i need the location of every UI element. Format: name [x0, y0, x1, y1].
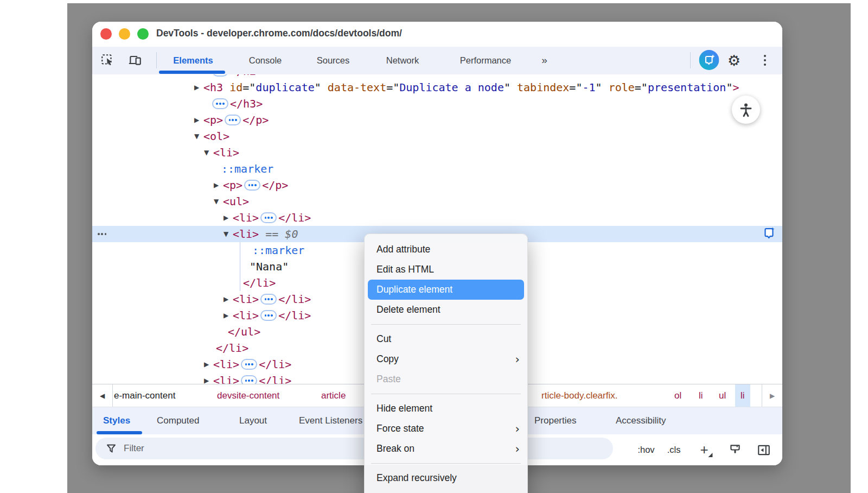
new-style-rule-button[interactable]: +	[700, 434, 708, 465]
dom-token-val: presentation	[648, 81, 726, 94]
breadcrumb-item-devsite-content[interactable]: devsite-content	[217, 384, 279, 407]
menu-item-force-state[interactable]: Force state›	[365, 419, 527, 439]
dom-token-val: Duplicate a node	[399, 81, 504, 94]
tab-accessibility[interactable]: Accessibility	[616, 407, 666, 434]
toggle-hover-state-button[interactable]: :hov	[637, 434, 654, 465]
submenu-arrow-icon: ›	[515, 422, 520, 435]
breadcrumb-item-li[interactable]: li	[735, 384, 750, 407]
minimize-window-button[interactable]	[119, 28, 130, 40]
dom-token-pun: "	[726, 81, 732, 94]
dom-node-row[interactable]: ▼<ul>	[92, 193, 782, 210]
menu-item-add-attribute[interactable]: Add attribute	[365, 239, 527, 260]
zoom-window-button[interactable]	[137, 28, 149, 40]
dock-sidebar-icon[interactable]	[757, 434, 771, 465]
accessibility-overlay-button[interactable]	[732, 96, 760, 124]
expander-arrow-right-icon[interactable]: ▶	[224, 312, 233, 319]
dom-token-tag: </li>	[243, 276, 276, 289]
inline-ellipsis-icon[interactable]	[212, 74, 228, 77]
tab-sources[interactable]: Sources	[317, 47, 350, 74]
selected-row-ai-chip-icon[interactable]	[762, 225, 777, 241]
menu-item-copy[interactable]: Copy›	[365, 349, 527, 369]
expander-arrow-right-icon[interactable]: ▶	[224, 295, 233, 303]
submenu-arrow-icon: ›	[515, 443, 520, 456]
dom-token-tag: <h3	[203, 81, 223, 94]
toggle-element-classes-button[interactable]: .cls	[667, 434, 681, 465]
expander-arrow-down-icon[interactable]: ▼	[204, 149, 213, 156]
dom-node-row[interactable]: </h3>	[92, 96, 782, 112]
breadcrumb-item-article[interactable]: article	[321, 384, 346, 407]
menu-separator	[365, 389, 527, 399]
tab-elements[interactable]: Elements	[173, 47, 213, 74]
breadcrumb-scroll-right-button[interactable]: ▶	[762, 384, 782, 407]
dom-node-row[interactable]: ▶<p></p>	[92, 112, 782, 128]
dom-token-tag: <li>	[233, 227, 259, 241]
menu-item-delete-element[interactable]: Delete element	[365, 300, 527, 320]
menu-item-break-on[interactable]: Break on›	[365, 439, 527, 459]
toolbar-divider	[156, 52, 157, 68]
device-toolbar-icon[interactable]	[127, 52, 143, 68]
menu-item-edit-as-html[interactable]: Edit as HTML	[365, 260, 527, 280]
breadcrumb-item-ul[interactable]: ul	[719, 384, 726, 407]
row-more-actions-icon[interactable]	[98, 233, 106, 235]
tab-network[interactable]: Network	[386, 47, 419, 74]
tab-console[interactable]: Console	[249, 47, 282, 74]
breadcrumb-scroll-left-button[interactable]: ◀	[92, 384, 113, 407]
tab-event-listeners[interactable]: Event Listeners	[299, 407, 362, 434]
ai-assistant-icon[interactable]	[699, 50, 719, 70]
dom-token-tag: </ul>	[228, 325, 260, 338]
tab-layout[interactable]: Layout	[239, 407, 267, 434]
dom-node-row[interactable]: </h2>	[92, 74, 782, 79]
close-window-button[interactable]	[100, 28, 112, 40]
dom-node-row[interactable]: ::marker	[92, 161, 782, 177]
menu-item-expand-recursively[interactable]: Expand recursively	[365, 468, 527, 488]
expander-arrow-right-icon[interactable]: ▶	[224, 214, 233, 222]
menu-item-cut[interactable]: Cut	[365, 329, 527, 349]
dom-node-row[interactable]: ▶<li></li>	[92, 210, 782, 226]
tab-properties[interactable]: Properties	[534, 407, 576, 434]
breadcrumb-item-e-main-content[interactable]: e-main-content	[114, 384, 175, 407]
inline-ellipsis-icon[interactable]	[241, 375, 257, 384]
expander-arrow-right-icon[interactable]: ▶	[194, 84, 203, 91]
breadcrumb-item-li[interactable]: li	[699, 384, 703, 407]
inline-ellipsis-icon[interactable]	[260, 294, 277, 305]
dom-node-row[interactable]: ▼<li>	[92, 144, 782, 161]
expander-arrow-down-icon[interactable]: ▼	[214, 198, 223, 205]
tab-performance[interactable]: Performance	[460, 47, 511, 74]
dom-token-tag: >	[732, 81, 739, 94]
dom-token-tag: <p>	[203, 113, 223, 127]
dom-node-row[interactable]: ▶<h3 id="duplicate" data-text="Duplicate…	[92, 79, 782, 96]
breadcrumb-item-ol[interactable]: ol	[674, 384, 681, 407]
inspect-element-icon[interactable]	[99, 52, 116, 68]
tab-styles[interactable]: Styles	[103, 407, 130, 434]
menu-item-duplicate-element[interactable]: Duplicate element	[368, 280, 524, 300]
toolbar-right-divider	[690, 52, 691, 68]
expander-arrow-right-icon[interactable]: ▶	[204, 361, 213, 368]
expander-arrow-down-icon[interactable]: ▼	[224, 230, 233, 238]
inline-ellipsis-icon[interactable]	[241, 359, 257, 370]
dom-token-tag: <li>	[213, 374, 239, 384]
inline-ellipsis-icon[interactable]	[244, 180, 260, 191]
kebab-menu-icon[interactable]	[757, 52, 773, 68]
dom-token-tag: <li>	[233, 293, 259, 306]
dom-node-row[interactable]: ▶<p></p>	[92, 177, 782, 193]
expander-arrow-down-icon[interactable]: ▼	[194, 132, 203, 140]
dom-token-tag: </li>	[259, 374, 291, 384]
expander-arrow-right-icon[interactable]: ▶	[204, 377, 213, 384]
more-tabs-icon[interactable]: »	[541, 47, 547, 74]
breadcrumb-item-rticle-body-clearfix-[interactable]: rticle-body.clearfix.	[541, 384, 617, 407]
inline-ellipsis-icon[interactable]	[212, 98, 228, 109]
menu-item-hide-element[interactable]: Hide element	[365, 399, 527, 419]
rendering-brush-icon[interactable]	[728, 434, 742, 465]
tab-computed[interactable]: Computed	[157, 407, 199, 434]
title-bar: DevTools - developer.chrome.com/docs/dev…	[92, 22, 782, 47]
expander-arrow-right-icon[interactable]: ▶	[194, 116, 203, 124]
screenshot-stage: DevTools - developer.chrome.com/docs/dev…	[0, 0, 868, 493]
menu-item-collapse-children[interactable]: Collapse children	[365, 488, 527, 493]
settings-gear-icon[interactable]: ⚙	[726, 53, 742, 69]
dom-node-row[interactable]: ▼<ol>	[92, 128, 782, 144]
inline-ellipsis-icon[interactable]	[260, 212, 277, 223]
inline-ellipsis-icon[interactable]	[260, 310, 277, 321]
accessibility-person-icon	[738, 102, 754, 118]
expander-arrow-right-icon[interactable]: ▶	[214, 181, 223, 189]
inline-ellipsis-icon[interactable]	[225, 115, 241, 125]
